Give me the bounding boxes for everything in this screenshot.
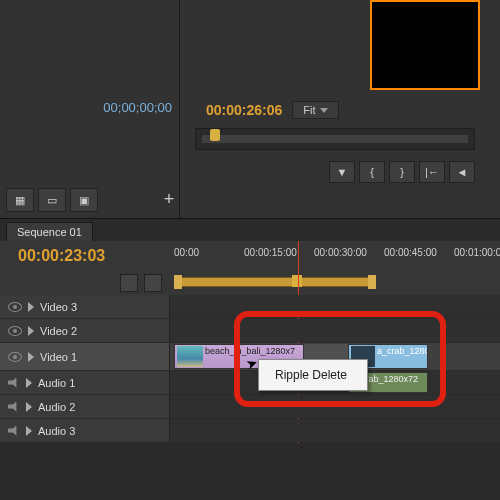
source-timecode[interactable]: 00;00;00;00 [0,100,180,115]
marker-tool-button[interactable] [144,274,162,292]
track-lane-audio3[interactable] [170,419,500,442]
track-header-audio1[interactable]: Audio 1 [0,371,170,394]
zoom-fit-dropdown[interactable]: Fit [292,101,338,119]
mark-out-button[interactable]: } [389,161,415,183]
timeline-playhead-icon[interactable] [292,275,302,287]
add-button[interactable]: + [158,188,180,210]
ruler-tick: 00:00:45:00 [384,247,437,258]
timeline-timecode[interactable]: 00:00:23:03 [18,247,168,265]
program-monitor-viewport[interactable] [370,0,480,90]
program-transport-controls: ▼ { } |← ◄ [195,158,475,186]
track-header-video2[interactable]: Video 2 [0,319,170,342]
track-label: Video 3 [40,301,77,313]
track-header-audio2[interactable]: Audio 2 [0,395,170,418]
track-lane-audio2[interactable] [170,395,500,418]
track-label: Audio 3 [38,425,75,437]
list-view-button[interactable]: ▦ [6,188,34,212]
speaker-icon[interactable] [8,426,20,436]
source-panel-buttons: ▦ ▭ ▣ [6,188,98,212]
go-to-in-button[interactable]: |← [419,161,445,183]
track-label: Video 2 [40,325,77,337]
sequence-tab[interactable]: Sequence 01 [6,222,93,241]
eye-icon[interactable] [8,302,22,312]
expand-icon[interactable] [28,326,34,336]
eye-icon[interactable] [8,326,22,336]
work-area-bar[interactable] [170,271,500,295]
add-marker-button[interactable]: ▼ [329,161,355,183]
track-label: Audio 1 [38,377,75,389]
track-lane-video3[interactable] [170,295,500,318]
work-area-end-handle[interactable] [368,275,376,289]
expand-icon[interactable] [26,378,32,388]
expand-icon[interactable] [26,402,32,412]
ruler-tick: 00:01:00:00 [454,247,500,258]
track-header-video1[interactable]: Video 1 [0,343,170,370]
track-lane-video2[interactable] [170,319,500,342]
snap-toggle-button[interactable] [120,274,138,292]
track-label: Audio 2 [38,401,75,413]
eye-icon[interactable] [8,352,22,362]
step-back-button[interactable]: ◄ [449,161,475,183]
program-timecode[interactable]: 00:00:26:06 [206,102,282,118]
program-playhead-icon[interactable] [210,129,220,141]
ruler-tick: 00:00:30:00 [314,247,367,258]
icon-view-button[interactable]: ▭ [38,188,66,212]
speaker-icon[interactable] [8,402,20,412]
track-header-audio3[interactable]: Audio 3 [0,419,170,442]
expand-icon[interactable] [26,426,32,436]
ruler-tick: 00:00:15:00 [244,247,297,258]
time-ruler[interactable]: 00:00 00:00:15:00 00:00:30:00 00:00:45:0… [168,241,500,271]
track-header-video3[interactable]: Video 3 [0,295,170,318]
camera-icon[interactable]: ▣ [70,188,98,212]
chevron-down-icon [320,108,328,113]
menu-item-ripple-delete[interactable]: Ripple Delete [259,364,367,386]
ruler-tick: 00:00 [174,247,199,258]
mark-in-button[interactable]: { [359,161,385,183]
expand-icon[interactable] [28,302,34,312]
zoom-fit-label: Fit [303,104,315,116]
program-scrub-bar[interactable] [195,128,475,150]
track-label: Video 1 [40,351,77,363]
expand-icon[interactable] [28,352,34,362]
work-area-start-handle[interactable] [174,275,182,289]
context-menu: Ripple Delete [258,359,368,391]
speaker-icon[interactable] [8,378,20,388]
